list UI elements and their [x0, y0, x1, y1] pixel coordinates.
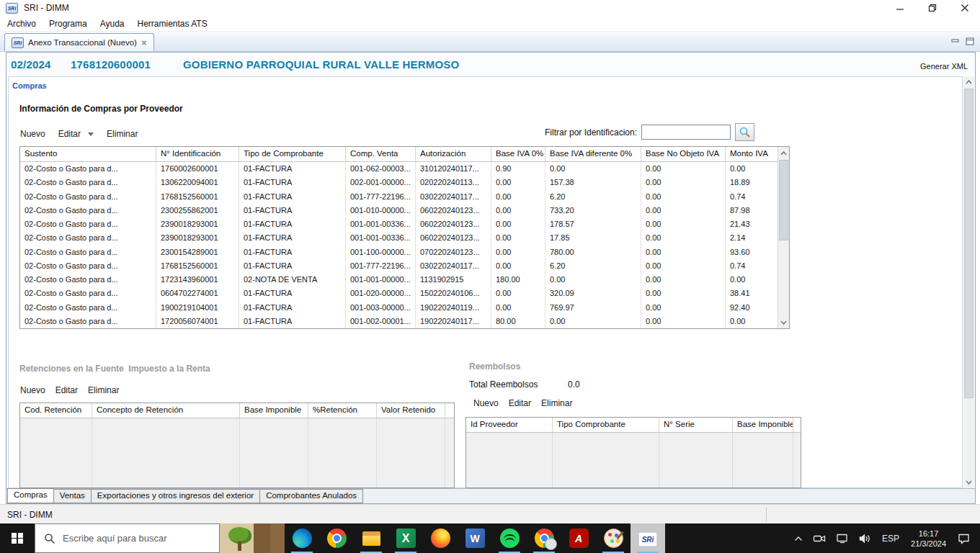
table-row[interactable]: 02-Costo o Gasto para d... 1306220094001…: [20, 176, 789, 189]
retenciones-title: Retenciones en la Fuente Impuesto a la R…: [19, 364, 210, 374]
table-row[interactable]: 02-Costo o Gasto para d... 1768152560001…: [20, 259, 789, 273]
scrollbar-thumb[interactable]: [964, 89, 974, 398]
taskbar-icon-chrome-profile[interactable]: [527, 523, 561, 553]
tray-network-icon[interactable]: [831, 523, 854, 553]
app-icon: [535, 529, 554, 548]
view-maximize-icon[interactable]: [966, 35, 974, 48]
eliminar-button[interactable]: Eliminar: [541, 398, 572, 408]
notification-center-icon[interactable]: [953, 523, 976, 553]
tab-anexo-transaccional[interactable]: Anexo Transaccional (Nuevo) ✕: [4, 33, 154, 51]
table-row[interactable]: 02-Costo o Gasto para d... 1768152560001…: [20, 190, 789, 204]
column-header: Base No Objeto IVA: [641, 147, 726, 161]
tray-chevron-up-icon[interactable]: [789, 523, 808, 553]
eliminar-button[interactable]: Eliminar: [88, 385, 119, 395]
scroll-up-icon[interactable]: [778, 147, 789, 159]
taskbar-apps: [285, 523, 665, 553]
table-row[interactable]: 02-Costo o Gasto para d... 2390018293001…: [20, 231, 789, 245]
nuevo-button[interactable]: Nuevo: [20, 385, 45, 395]
editor-scrollbar[interactable]: [963, 76, 974, 488]
status-text: SRI - DIMM: [7, 510, 53, 520]
menu-item[interactable]: Archivo: [7, 19, 36, 29]
table-row[interactable]: 02-Costo o Gasto para d... 1723143960001…: [20, 273, 789, 287]
column-header: Comp. Venta: [346, 147, 416, 161]
table-row[interactable]: 02-Costo o Gasto para d... 0604702274001…: [20, 287, 789, 300]
app-icon: [500, 529, 520, 548]
start-button[interactable]: [0, 523, 35, 553]
tray-clock[interactable]: 16:17 21/3/2024: [904, 529, 953, 549]
bottom-tabbar: ComprasVentasExportaciones y otros ingre…: [6, 488, 975, 503]
ruc-number: 1768120600001: [71, 58, 151, 71]
taskbar-icon-word[interactable]: [458, 523, 492, 553]
bottom-tab[interactable]: Ventas: [53, 489, 92, 503]
bottom-tab[interactable]: Exportaciones y otros ingresos del exter…: [91, 489, 260, 503]
editar-button[interactable]: Editar: [509, 398, 531, 408]
taskbar-icon-edge[interactable]: [285, 523, 319, 553]
close-button[interactable]: [958, 1, 971, 14]
eliminar-button[interactable]: Eliminar: [107, 129, 138, 139]
taskbar-icon-firefox[interactable]: [423, 523, 458, 553]
tab-close-icon[interactable]: ✕: [141, 39, 147, 47]
scrollbar-thumb[interactable]: [779, 160, 788, 240]
app-icon: [569, 529, 589, 548]
taskbar-icon-file-explorer[interactable]: [354, 523, 388, 553]
editar-dropdown-icon[interactable]: [88, 132, 94, 136]
scroll-up-icon[interactable]: [963, 76, 974, 88]
table-row[interactable]: 02-Costo o Gasto para d... 2390018293001…: [20, 217, 789, 231]
column-header: Base IVA 0%: [491, 147, 545, 161]
taskbar-icon-sri-dimm[interactable]: [631, 523, 665, 553]
window-titlebar: SRI - DIMM: [0, 0, 980, 16]
column-header: [793, 418, 802, 432]
scroll-down-icon[interactable]: [963, 477, 974, 488]
menu-item[interactable]: Programa: [49, 19, 87, 29]
retenciones-toolbar: Nuevo Editar Eliminar: [20, 385, 119, 395]
taskbar-search[interactable]: Escribe aquí para buscar: [35, 523, 220, 553]
editar-button[interactable]: Editar: [58, 129, 81, 139]
minimize-button[interactable]: [894, 1, 906, 14]
table-row[interactable]: 02-Costo o Gasto para d... 1760002600001…: [20, 162, 789, 176]
compras-table: SustentoN° IdentificaciónTipo de Comprob…: [19, 146, 790, 329]
table-row[interactable]: 02-Costo o Gasto para d... 2300154289001…: [20, 246, 789, 259]
scroll-down-icon[interactable]: [778, 316, 789, 328]
taskbar-widget-tree-image[interactable]: [220, 523, 285, 553]
tray-camera-icon[interactable]: [808, 523, 831, 553]
menu-item[interactable]: Ayuda: [100, 19, 125, 29]
taskbar-icon-paint[interactable]: [596, 523, 631, 553]
windows-logo-icon: [12, 533, 23, 544]
app-icon: [638, 532, 657, 547]
tray-date: 21/3/2024: [911, 539, 946, 549]
column-header: %Retención: [308, 403, 377, 418]
sri-app-icon: [6, 3, 18, 14]
column-header: Autorización: [416, 147, 491, 161]
nuevo-button[interactable]: Nuevo: [20, 129, 45, 139]
editar-button[interactable]: Editar: [55, 385, 78, 395]
tray-language[interactable]: ESP: [877, 523, 904, 553]
taskbar-icon-chrome[interactable]: [319, 523, 354, 553]
menu-item[interactable]: Herramientas ATS: [138, 19, 208, 29]
sri-tab-icon: [12, 37, 24, 48]
table-row[interactable]: 02-Costo o Gasto para d... 2300255862001…: [20, 204, 789, 217]
app-icon: [466, 529, 485, 548]
column-header: N° Identificación: [156, 147, 239, 161]
reembolsos-empty-body: [466, 433, 801, 487]
view-minimize-icon[interactable]: [951, 35, 960, 48]
restore-button[interactable]: [926, 1, 939, 14]
total-reembolsos-label: Total Reembolsos: [469, 379, 568, 390]
taskbar-icon-acrobat[interactable]: [561, 523, 596, 553]
table-scrollbar[interactable]: [778, 147, 789, 328]
total-reembolsos-value: 0.0: [568, 379, 580, 390]
table-row[interactable]: 02-Costo o Gasto para d... 1900219104001…: [20, 301, 789, 315]
screen: SRI - DIMM ArchivoProgramaAyudaHerramien…: [0, 0, 980, 553]
filter-input[interactable]: [641, 125, 731, 140]
table-row[interactable]: 02-Costo o Gasto para d... 1720056074001…: [20, 315, 789, 328]
retenciones-table: Cod. RetenciónConcepto de RetenciónBase …: [19, 403, 455, 488]
bottom-tab[interactable]: Comprobantes Anulados: [259, 489, 363, 503]
column-header: Tipo Comprobante: [553, 418, 659, 432]
tray-volume-icon[interactable]: [854, 523, 877, 553]
taskbar-icon-spotify[interactable]: [492, 523, 527, 553]
editor-tabbar: Anexo Transaccional (Nuevo) ✕: [0, 32, 980, 52]
bottom-tab[interactable]: Compras: [7, 488, 54, 503]
search-button[interactable]: [735, 123, 754, 141]
nuevo-button[interactable]: Nuevo: [473, 398, 499, 408]
taskbar-icon-excel[interactable]: [388, 523, 423, 553]
generar-xml-link[interactable]: Generar XML: [920, 62, 968, 71]
